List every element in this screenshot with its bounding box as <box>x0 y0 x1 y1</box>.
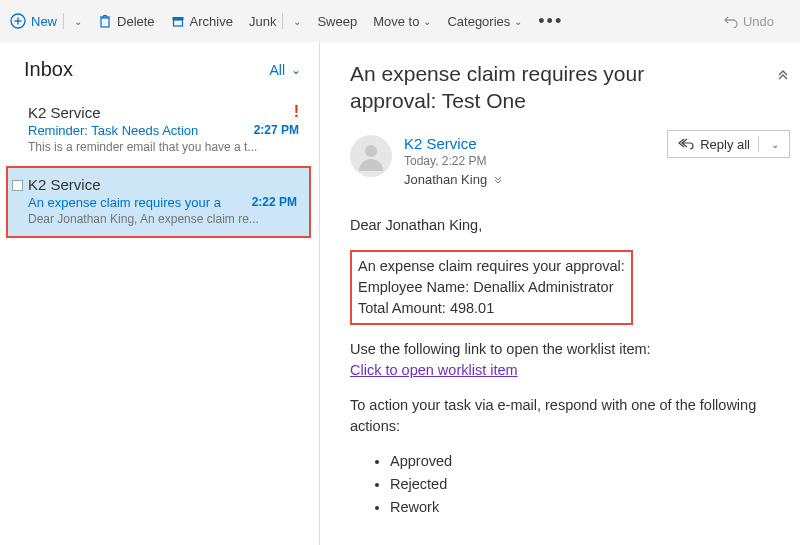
chevron-down-icon: ⌄ <box>423 16 431 27</box>
undo-icon <box>724 14 738 28</box>
message-preview: This is a reminder email that you have a… <box>28 140 299 154</box>
message-sender: K2 Service <box>28 104 101 121</box>
junk-label: Junk <box>249 14 276 29</box>
highlighted-block: An expense claim requires your approval:… <box>350 250 633 325</box>
chevron-down-icon: ⌄ <box>514 16 522 27</box>
action-intro: To action your task via e-mail, respond … <box>350 395 780 437</box>
chevron-down-icon[interactable]: ⌄ <box>74 16 82 27</box>
message-preview: Dear Jonathan King, An expense claim re.… <box>28 212 297 226</box>
filter-label: All <box>269 62 285 78</box>
message-item-selected[interactable]: K2 Service An expense claim requires you… <box>6 166 311 238</box>
message-time: 2:27 PM <box>254 123 299 138</box>
reading-pane: An expense claim requires your approval:… <box>320 42 800 545</box>
content-area: Inbox All ⌄ K2 Service ! Reminder: Task … <box>0 42 800 545</box>
trash-icon <box>98 14 112 28</box>
ellipsis-icon: ••• <box>538 11 563 32</box>
action-item: Rework <box>390 497 780 518</box>
message-item[interactable]: K2 Service ! Reminder: Task Needs Action… <box>0 95 319 164</box>
new-label: New <box>31 14 57 29</box>
message-sender: K2 Service <box>28 176 101 193</box>
chevron-down-icon: ⌄ <box>291 63 301 77</box>
reading-title: An expense claim requires your approval:… <box>350 60 730 115</box>
moveto-button[interactable]: Move to ⌄ <box>373 14 431 29</box>
reading-to[interactable]: Jonathan King <box>404 172 503 187</box>
reply-all-button[interactable]: Reply all ⌄ <box>667 130 790 158</box>
message-list-pane: Inbox All ⌄ K2 Service ! Reminder: Task … <box>0 42 320 545</box>
chevron-down-icon[interactable]: ⌄ <box>771 139 779 150</box>
moveto-label: Move to <box>373 14 419 29</box>
worklist-link[interactable]: Click to open worklist item <box>350 362 518 378</box>
separator <box>63 13 64 29</box>
plus-circle-icon <box>10 13 26 29</box>
link-intro: Use the following link to open the workl… <box>350 341 651 357</box>
sweep-button[interactable]: Sweep <box>317 14 357 29</box>
reading-from[interactable]: K2 Service <box>404 135 503 152</box>
action-list: Approved Rejected Rework <box>390 451 780 518</box>
inbox-title: Inbox <box>24 58 73 81</box>
action-item: Approved <box>390 451 780 472</box>
separator <box>282 13 283 29</box>
archive-label: Archive <box>190 14 233 29</box>
action-item: Rejected <box>390 474 780 495</box>
avatar <box>350 135 392 177</box>
toolbar: New ⌄ Delete Archive Junk ⌄ Sweep Move t… <box>0 0 800 42</box>
collapse-toggle[interactable] <box>776 60 790 115</box>
message-subject: An expense claim requires your a <box>28 195 221 210</box>
expand-recipients-icon[interactable] <box>493 174 503 184</box>
delete-label: Delete <box>117 14 155 29</box>
message-checkbox[interactable] <box>12 180 23 191</box>
more-button[interactable]: ••• <box>538 11 563 32</box>
message-subject: Reminder: Task Needs Action <box>28 123 198 138</box>
archive-button[interactable]: Archive <box>171 14 233 29</box>
sweep-label: Sweep <box>317 14 357 29</box>
inbox-header: Inbox All ⌄ <box>0 48 319 95</box>
delete-button[interactable]: Delete <box>98 14 155 29</box>
chevron-down-icon[interactable]: ⌄ <box>293 16 301 27</box>
important-icon: ! <box>294 103 299 121</box>
filter-all[interactable]: All ⌄ <box>269 62 301 78</box>
new-button[interactable]: New ⌄ <box>10 13 82 29</box>
undo-button[interactable]: Undo <box>724 14 774 29</box>
reading-body: Dear Jonathan King, An expense claim req… <box>350 215 780 518</box>
junk-button[interactable]: Junk ⌄ <box>249 13 301 29</box>
svg-rect-9 <box>173 20 182 26</box>
highlight-line: Total Amount: 498.01 <box>358 298 625 319</box>
categories-button[interactable]: Categories ⌄ <box>447 14 522 29</box>
body-greeting: Dear Jonathan King, <box>350 215 780 236</box>
highlight-line: Employee Name: Denallix Administrator <box>358 277 625 298</box>
archive-icon <box>171 14 185 28</box>
message-time: 2:22 PM <box>252 195 297 210</box>
reply-all-icon <box>678 137 694 151</box>
svg-point-10 <box>365 145 377 157</box>
separator <box>758 136 759 152</box>
reading-when: Today, 2:22 PM <box>404 154 503 168</box>
svg-rect-3 <box>101 18 109 27</box>
reply-all-label: Reply all <box>700 137 750 152</box>
undo-label: Undo <box>743 14 774 29</box>
highlight-line: An expense claim requires your approval: <box>358 256 625 277</box>
categories-label: Categories <box>447 14 510 29</box>
